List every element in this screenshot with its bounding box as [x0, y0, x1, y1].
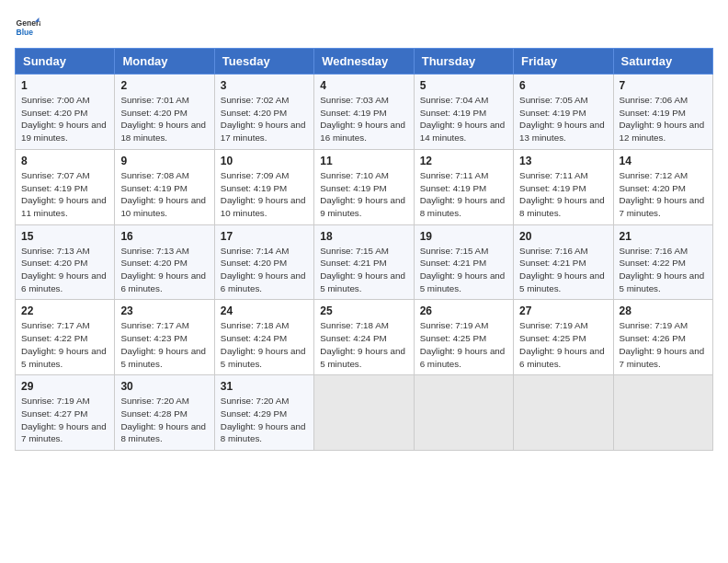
day-cell: 17 Sunrise: 7:14 AMSunset: 4:20 PMDaylig…	[214, 224, 313, 300]
day-number: 23	[120, 304, 208, 317]
day-detail: Sunrise: 7:17 AMSunset: 4:22 PMDaylight:…	[21, 320, 107, 368]
day-number: 3	[221, 79, 308, 92]
svg-text:Blue: Blue	[17, 28, 34, 37]
day-number: 12	[420, 155, 507, 167]
day-cell: 12 Sunrise: 7:11 AMSunset: 4:19 PMDaylig…	[414, 149, 513, 224]
day-cell: 9 Sunrise: 7:08 AMSunset: 4:19 PMDayligh…	[115, 149, 214, 224]
day-detail: Sunrise: 7:09 AMSunset: 4:19 PMDaylight:…	[221, 170, 306, 218]
day-number: 10	[221, 155, 308, 167]
day-number: 29	[21, 380, 108, 393]
day-cell: 4 Sunrise: 7:03 AMSunset: 4:19 PMDayligh…	[314, 75, 414, 150]
day-detail: Sunrise: 7:19 AMSunset: 4:25 PMDaylight:…	[420, 320, 506, 368]
day-number: 22	[21, 304, 108, 317]
day-cell: 29 Sunrise: 7:19 AMSunset: 4:27 PMDaylig…	[16, 375, 115, 451]
day-detail: Sunrise: 7:15 AMSunset: 4:21 PMDaylight:…	[420, 246, 506, 293]
day-cell: 23 Sunrise: 7:17 AMSunset: 4:23 PMDaylig…	[115, 300, 214, 375]
day-detail: Sunrise: 7:19 AMSunset: 4:25 PMDaylight:…	[519, 320, 605, 368]
day-cell: 21 Sunrise: 7:16 AMSunset: 4:22 PMDaylig…	[613, 224, 712, 300]
day-number: 21	[620, 230, 707, 243]
day-number: 8	[21, 155, 108, 167]
week-row-5: 29 Sunrise: 7:19 AMSunset: 4:27 PMDaylig…	[16, 375, 713, 451]
day-detail: Sunrise: 7:15 AMSunset: 4:21 PMDaylight:…	[320, 246, 405, 293]
day-detail: Sunrise: 7:10 AMSunset: 4:19 PMDaylight:…	[320, 170, 405, 218]
day-cell: 3 Sunrise: 7:02 AMSunset: 4:20 PMDayligh…	[214, 75, 313, 150]
logo-icon: General Blue	[15, 15, 40, 40]
day-detail: Sunrise: 7:03 AMSunset: 4:19 PMDaylight:…	[320, 95, 405, 143]
day-number: 27	[519, 304, 607, 317]
calendar-table: SundayMondayTuesdayWednesdayThursdayFrid…	[15, 48, 713, 451]
day-number: 17	[221, 230, 308, 243]
day-cell	[414, 375, 513, 451]
week-row-1: 1 Sunrise: 7:00 AMSunset: 4:20 PMDayligh…	[16, 75, 713, 150]
day-number: 14	[620, 155, 707, 167]
day-cell: 16 Sunrise: 7:13 AMSunset: 4:20 PMDaylig…	[115, 224, 214, 300]
day-cell: 31 Sunrise: 7:20 AMSunset: 4:29 PMDaylig…	[214, 375, 313, 451]
day-cell	[314, 375, 414, 451]
day-number: 6	[519, 79, 607, 92]
day-detail: Sunrise: 7:07 AMSunset: 4:19 PMDaylight:…	[21, 170, 107, 218]
day-detail: Sunrise: 7:12 AMSunset: 4:20 PMDaylight:…	[620, 170, 705, 218]
day-number: 9	[120, 155, 208, 167]
day-number: 31	[221, 380, 308, 393]
day-cell: 25 Sunrise: 7:18 AMSunset: 4:24 PMDaylig…	[314, 300, 414, 375]
day-number: 1	[21, 79, 108, 92]
day-detail: Sunrise: 7:04 AMSunset: 4:19 PMDaylight:…	[420, 95, 506, 143]
day-cell: 14 Sunrise: 7:12 AMSunset: 4:20 PMDaylig…	[613, 149, 712, 224]
day-detail: Sunrise: 7:16 AMSunset: 4:22 PMDaylight:…	[620, 246, 705, 293]
day-detail: Sunrise: 7:20 AMSunset: 4:28 PMDaylight:…	[120, 396, 206, 443]
day-cell: 2 Sunrise: 7:01 AMSunset: 4:20 PMDayligh…	[115, 75, 214, 150]
day-detail: Sunrise: 7:11 AMSunset: 4:19 PMDaylight:…	[519, 170, 605, 218]
day-cell: 13 Sunrise: 7:11 AMSunset: 4:19 PMDaylig…	[514, 149, 613, 224]
day-cell: 26 Sunrise: 7:19 AMSunset: 4:25 PMDaylig…	[414, 300, 513, 375]
day-cell: 5 Sunrise: 7:04 AMSunset: 4:19 PMDayligh…	[414, 75, 513, 150]
day-number: 30	[120, 380, 208, 393]
day-number: 19	[420, 230, 507, 243]
day-cell: 8 Sunrise: 7:07 AMSunset: 4:19 PMDayligh…	[16, 149, 115, 224]
day-number: 18	[320, 230, 407, 243]
calendar-header-row: SundayMondayTuesdayWednesdayThursdayFrid…	[16, 49, 713, 75]
day-cell: 6 Sunrise: 7:05 AMSunset: 4:19 PMDayligh…	[514, 75, 613, 150]
day-detail: Sunrise: 7:13 AMSunset: 4:20 PMDaylight:…	[21, 246, 107, 293]
day-number: 15	[21, 230, 108, 243]
day-cell: 30 Sunrise: 7:20 AMSunset: 4:28 PMDaylig…	[115, 375, 214, 451]
day-cell: 24 Sunrise: 7:18 AMSunset: 4:24 PMDaylig…	[214, 300, 313, 375]
day-number: 7	[620, 79, 707, 92]
header-monday: Monday	[115, 49, 214, 75]
day-cell	[514, 375, 613, 451]
day-number: 20	[519, 230, 607, 243]
day-detail: Sunrise: 7:17 AMSunset: 4:23 PMDaylight:…	[120, 320, 206, 368]
day-number: 2	[120, 79, 208, 92]
day-cell: 28 Sunrise: 7:19 AMSunset: 4:26 PMDaylig…	[613, 300, 712, 375]
day-cell	[613, 375, 712, 451]
day-number: 25	[320, 304, 407, 317]
day-detail: Sunrise: 7:16 AMSunset: 4:21 PMDaylight:…	[519, 246, 605, 293]
day-number: 28	[620, 304, 707, 317]
day-detail: Sunrise: 7:02 AMSunset: 4:20 PMDaylight:…	[221, 95, 306, 143]
day-cell: 18 Sunrise: 7:15 AMSunset: 4:21 PMDaylig…	[314, 224, 414, 300]
day-cell: 11 Sunrise: 7:10 AMSunset: 4:19 PMDaylig…	[314, 149, 414, 224]
day-detail: Sunrise: 7:00 AMSunset: 4:20 PMDaylight:…	[21, 95, 107, 143]
day-detail: Sunrise: 7:18 AMSunset: 4:24 PMDaylight:…	[221, 320, 306, 368]
week-row-4: 22 Sunrise: 7:17 AMSunset: 4:22 PMDaylig…	[16, 300, 713, 375]
day-number: 4	[320, 79, 407, 92]
day-detail: Sunrise: 7:08 AMSunset: 4:19 PMDaylight:…	[120, 170, 206, 218]
day-cell: 20 Sunrise: 7:16 AMSunset: 4:21 PMDaylig…	[514, 224, 613, 300]
day-detail: Sunrise: 7:05 AMSunset: 4:19 PMDaylight:…	[519, 95, 605, 143]
day-number: 26	[420, 304, 507, 317]
day-cell: 7 Sunrise: 7:06 AMSunset: 4:19 PMDayligh…	[613, 75, 712, 150]
day-cell: 22 Sunrise: 7:17 AMSunset: 4:22 PMDaylig…	[16, 300, 115, 375]
header-sunday: Sunday	[16, 49, 115, 75]
day-detail: Sunrise: 7:01 AMSunset: 4:20 PMDaylight:…	[120, 95, 206, 143]
day-number: 5	[420, 79, 507, 92]
day-cell: 27 Sunrise: 7:19 AMSunset: 4:25 PMDaylig…	[514, 300, 613, 375]
day-cell: 15 Sunrise: 7:13 AMSunset: 4:20 PMDaylig…	[16, 224, 115, 300]
day-cell: 1 Sunrise: 7:00 AMSunset: 4:20 PMDayligh…	[16, 75, 115, 150]
week-row-3: 15 Sunrise: 7:13 AMSunset: 4:20 PMDaylig…	[16, 224, 713, 300]
header-tuesday: Tuesday	[214, 49, 313, 75]
day-detail: Sunrise: 7:11 AMSunset: 4:19 PMDaylight:…	[420, 170, 506, 218]
day-cell: 10 Sunrise: 7:09 AMSunset: 4:19 PMDaylig…	[214, 149, 313, 224]
logo: General Blue	[15, 15, 40, 40]
day-detail: Sunrise: 7:14 AMSunset: 4:20 PMDaylight:…	[221, 246, 306, 293]
week-row-2: 8 Sunrise: 7:07 AMSunset: 4:19 PMDayligh…	[16, 149, 713, 224]
day-detail: Sunrise: 7:20 AMSunset: 4:29 PMDaylight:…	[221, 396, 306, 443]
